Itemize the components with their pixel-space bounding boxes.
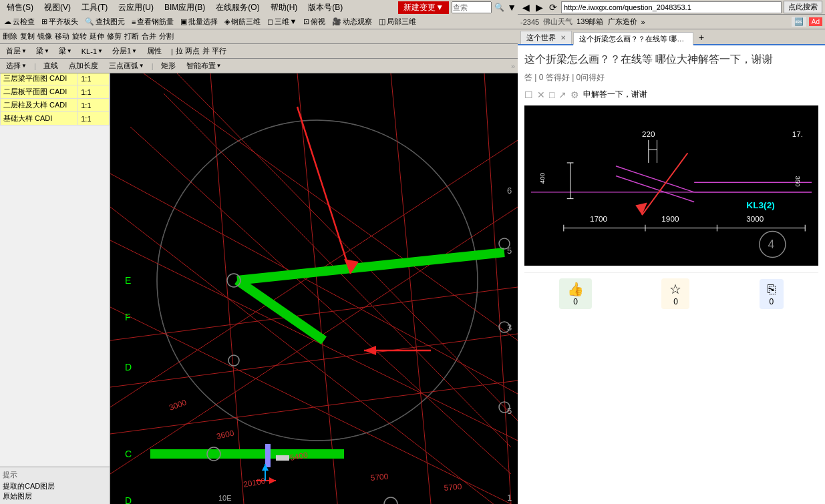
browser-forward-btn[interactable]: ▶ [534,2,545,13]
mirror-btn[interactable]: 镜像 [37,31,52,41]
info-icon1[interactable]: 🔤 [792,17,806,27]
hint-line1: 提取的CAD图层 [3,481,107,491]
drawing-row-3[interactable]: 二层板平面图 CADI1:1 [1,85,110,99]
parallel-btn[interactable]: 并 平行 [202,46,226,56]
arrow-more[interactable]: » [641,18,645,26]
share-btn[interactable]: ⎘ 0 [760,279,784,309]
action-icon3[interactable]: □ [549,89,554,100]
local-3d-btn[interactable]: ◫ 局部三维 [376,16,419,27]
foshan-weather[interactable]: 佛山天气 [543,17,572,27]
menu-online[interactable]: 在线服务(O) [210,1,265,15]
break-btn[interactable]: 打断 [124,31,139,41]
tab1-close[interactable]: ✕ [560,34,566,41]
rebar-qty-btn[interactable]: ≡ 查看钢筋量 [129,16,176,27]
props-btn[interactable]: 属性 [143,45,166,57]
smart-layout-dropdown[interactable]: 智能布置▼ [183,59,225,72]
address-input[interactable] [561,1,782,13]
batch-select-btn[interactable]: ▣ 批量选择 [178,16,220,27]
action-icon4[interactable]: ↗ [558,89,566,100]
browser-back-btn[interactable]: ◀ [520,2,532,13]
new-build-btn[interactable]: 新建变更▼ [398,1,449,14]
flat-board-btn[interactable]: ⊞ 平齐板头 [39,16,81,27]
copy-btn[interactable]: 复制 [20,31,35,41]
split-btn[interactable]: 分割 [159,31,174,41]
extend-btn[interactable]: 延伸 [90,31,104,41]
three-point-arc-dropdown[interactable]: 三点画弧▼ [106,59,148,72]
drawing-row-4[interactable]: 二层柱及大样 CADI1:1 [1,99,110,112]
like-btn[interactable]: 👍 0 [559,278,592,309]
select-dropdown[interactable]: 选择▼ [3,59,30,72]
left-panel: 列表 图纸楼层对照表 管理图纸 定位图纸 » 图纸名称 图纸比 龙永良--住宅(… [0,0,110,504]
info-icon2[interactable]: Ad [809,17,822,26]
svg-text:KL3(2): KL3(2) [746,201,775,211]
cad-detail-svg: 220 17. 400 350 KL3(2) 1700 [531,112,812,266]
beam1-dropdown[interactable]: 梁▼ [33,45,53,57]
delete-btn[interactable]: 删除 [3,31,17,41]
move-btn[interactable]: 移动 [55,31,69,41]
vote-bar: 👍 0 ☆ 0 ⎘ 0 [524,272,818,314]
svg-text:D: D [125,362,132,372]
go-btn[interactable]: 点此搜索 [784,1,822,13]
toolbar-row4: 首层▼ 梁▼ 梁▼ KL-1▼ 分层1▼ 属性 | 拉 两点 并 平行 [0,44,518,59]
mail-icon[interactable]: 139邮箱 [576,17,603,27]
share-count: 0 [769,297,774,306]
rebar3d-btn[interactable]: ◈ 钢筋三维 [222,16,263,27]
cad-detail-drawing: 220 17. 400 350 KL3(2) 1700 [524,105,818,266]
toolbar-row2: ☁ 云检查 ⊞ 平齐板头 🔍 查找图元 ≡ 查看钢筋量 ▣ 批量选择 ◈ 钢筋三… [0,15,518,29]
menu-help[interactable]: 帮助(H) [265,1,303,15]
menu-extra-icon[interactable]: ▼ [507,2,516,13]
browser-tab2[interactable]: 这个折梁怎么画？？在线等 哪位... ✕ [573,32,693,45]
menu-view[interactable]: 视图(V) [39,1,76,15]
svg-text:5700: 5700 [444,482,462,493]
drawing-row-2[interactable]: 三层梁平面图 CADI1:1 [1,72,110,85]
action-icon2[interactable]: ✕ [537,89,545,100]
dynamic-observe-btn[interactable]: 🎥 动态观察 [329,16,375,27]
svg-text:3000: 3000 [746,214,764,223]
drawing-row-5[interactable]: 基础大样 CADI1:1 [1,112,110,125]
menu-tools[interactable]: 工具(T) [76,1,113,15]
trim-btn[interactable]: 修剪 [107,31,122,41]
search-input[interactable] [452,1,492,13]
svg-text:1700: 1700 [590,214,608,223]
like-count: 0 [573,297,578,306]
qa-stats: 答 | 0 答得好 | 0问得好 [524,72,818,83]
3d-btn[interactable]: ◻ 三维▼ [265,16,299,27]
point-length-dropdown[interactable]: 点加长度 [65,59,102,72]
menu-sales[interactable]: 销售(S) [1,1,39,15]
svg-rect-0 [110,73,518,504]
action-icon1[interactable]: ☐ [524,89,533,100]
rotate-btn[interactable]: 旋转 [72,31,87,41]
star-icon: ☆ [669,281,681,297]
left-hint-area: 提示 提取的CAD图层 原始图层 [0,467,110,504]
straight-dropdown[interactable]: 直线 [40,59,61,72]
action-icon5[interactable]: ⚙ [570,89,579,100]
menu-bim[interactable]: BIM应用(B) [159,1,210,15]
star-btn[interactable]: ☆ 0 [661,278,689,309]
guangdong-price[interactable]: 广东造价 [608,17,637,27]
cloud-check-btn[interactable]: ☁ 云检查 [1,16,37,27]
rect-dropdown[interactable]: 矩形 [158,59,179,72]
floor-layer-dropdown[interactable]: 分层1▼ [109,45,140,57]
kl-dropdown[interactable]: KL-1▼ [78,46,106,57]
menu-cloud[interactable]: 云应用(U) [113,1,159,15]
hint-title: 提示 [3,470,107,480]
floor-dropdown[interactable]: 首层▼ [3,45,30,57]
drawing-scale-3: 1:1 [78,85,110,99]
browser-refresh-btn[interactable]: ⟳ [547,2,559,13]
merge-btn[interactable]: 合并 [142,31,156,41]
find-element-btn[interactable]: 🔍 查找图元 [82,16,128,27]
menu-version[interactable]: 版本号(B) [303,1,348,15]
two-points-btn[interactable]: 拉 两点 [176,46,200,56]
drawing-name-2: 三层梁平面图 CADI [1,72,78,85]
svg-text:5700: 5700 [370,472,389,483]
search-icon[interactable]: 🔍 [494,3,504,12]
browser-tab1[interactable]: 这个世界 ✕ [520,31,572,44]
beam2-dropdown[interactable]: 梁▼ [55,45,75,57]
cad-canvas[interactable]: E F D C D 6 5 3 5 1 3000 3600 5400 20100… [110,73,518,504]
tab-add-btn[interactable]: + [695,31,708,44]
top-view-btn[interactable]: ⊡ 俯视 [301,16,328,27]
info-num: -2345 [520,18,539,26]
svg-text:1: 1 [507,493,512,503]
answer-label: 申解答一下，谢谢 [583,89,647,100]
svg-text:400: 400 [538,173,546,184]
